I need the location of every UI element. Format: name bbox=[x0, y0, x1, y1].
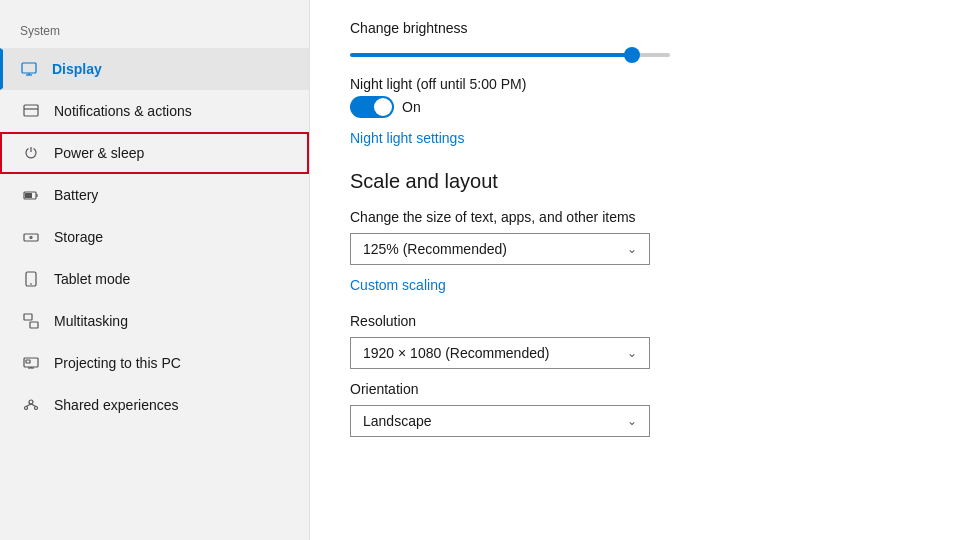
project-icon bbox=[22, 354, 40, 372]
multitasking-icon bbox=[22, 312, 40, 330]
sidebar-item-display[interactable]: Display bbox=[0, 48, 309, 90]
sidebar-item-multitasking[interactable]: Multitasking bbox=[0, 300, 309, 342]
scale-dropdown-value: 125% (Recommended) bbox=[363, 241, 507, 257]
sidebar-item-storage-label: Storage bbox=[54, 229, 103, 245]
sidebar-item-notifications-label: Notifications & actions bbox=[54, 103, 192, 119]
sidebar-item-storage[interactable]: Storage bbox=[0, 216, 309, 258]
main-content: Change brightness Night light (off until… bbox=[310, 0, 959, 540]
orientation-dropdown[interactable]: Landscape ⌄ bbox=[350, 405, 650, 437]
svg-rect-0 bbox=[22, 63, 36, 73]
sidebar-item-display-label: Display bbox=[52, 61, 102, 77]
svg-rect-12 bbox=[24, 314, 32, 320]
svg-rect-13 bbox=[30, 322, 38, 328]
sidebar-item-tablet-mode-label: Tablet mode bbox=[54, 271, 130, 287]
orientation-dropdown-value: Landscape bbox=[363, 413, 432, 429]
orientation-dropdown-arrow: ⌄ bbox=[627, 414, 637, 428]
monitor-icon bbox=[20, 60, 38, 78]
night-light-settings-link[interactable]: Night light settings bbox=[350, 130, 464, 146]
power-icon bbox=[22, 144, 40, 162]
sidebar-item-power-sleep-label: Power & sleep bbox=[54, 145, 144, 161]
svg-rect-8 bbox=[24, 234, 38, 241]
storage-icon bbox=[22, 228, 40, 246]
sidebar-item-projecting[interactable]: Projecting to this PC bbox=[0, 342, 309, 384]
sidebar-item-battery[interactable]: Battery bbox=[0, 174, 309, 216]
sidebar-item-notifications[interactable]: Notifications & actions bbox=[0, 90, 309, 132]
size-label: Change the size of text, apps, and other… bbox=[350, 209, 919, 225]
svg-line-21 bbox=[26, 404, 31, 407]
sidebar: System Display Notifications & actions bbox=[0, 0, 310, 540]
custom-scaling-link[interactable]: Custom scaling bbox=[350, 277, 446, 293]
sidebar-item-multitasking-label: Multitasking bbox=[54, 313, 128, 329]
sidebar-item-battery-label: Battery bbox=[54, 187, 98, 203]
svg-rect-3 bbox=[24, 105, 38, 116]
svg-point-20 bbox=[35, 407, 38, 410]
brightness-label: Change brightness bbox=[350, 20, 919, 36]
night-light-label: Night light (off until 5:00 PM) bbox=[350, 76, 526, 92]
scale-layout-heading: Scale and layout bbox=[350, 170, 919, 193]
resolution-label: Resolution bbox=[350, 313, 919, 329]
resolution-dropdown[interactable]: 1920 × 1080 (Recommended) ⌄ bbox=[350, 337, 650, 369]
sidebar-item-shared-experiences-label: Shared experiences bbox=[54, 397, 179, 413]
svg-point-19 bbox=[25, 407, 28, 410]
svg-rect-17 bbox=[26, 360, 30, 363]
svg-line-22 bbox=[31, 404, 36, 407]
svg-point-18 bbox=[29, 400, 33, 404]
scale-dropdown-arrow: ⌄ bbox=[627, 242, 637, 256]
sidebar-item-tablet-mode[interactable]: Tablet mode bbox=[0, 258, 309, 300]
sidebar-item-projecting-label: Projecting to this PC bbox=[54, 355, 181, 371]
orientation-label: Orientation bbox=[350, 381, 919, 397]
resolution-dropdown-value: 1920 × 1080 (Recommended) bbox=[363, 345, 549, 361]
svg-point-9 bbox=[30, 237, 32, 239]
system-label: System bbox=[0, 16, 309, 48]
night-light-toggle[interactable] bbox=[350, 96, 394, 118]
svg-rect-7 bbox=[25, 193, 32, 198]
battery-icon bbox=[22, 186, 40, 204]
night-light-row: Night light (off until 5:00 PM) bbox=[350, 76, 919, 92]
toggle-label: On bbox=[402, 99, 421, 115]
bell-icon bbox=[22, 102, 40, 120]
brightness-slider-container bbox=[350, 44, 919, 60]
resolution-dropdown-arrow: ⌄ bbox=[627, 346, 637, 360]
toggle-container: On bbox=[350, 96, 919, 118]
tablet-icon bbox=[22, 270, 40, 288]
brightness-slider[interactable] bbox=[350, 53, 670, 57]
sidebar-item-power-sleep[interactable]: Power & sleep bbox=[0, 132, 309, 174]
sidebar-item-shared-experiences[interactable]: Shared experiences bbox=[0, 384, 309, 426]
shared-icon bbox=[22, 396, 40, 414]
scale-dropdown[interactable]: 125% (Recommended) ⌄ bbox=[350, 233, 650, 265]
